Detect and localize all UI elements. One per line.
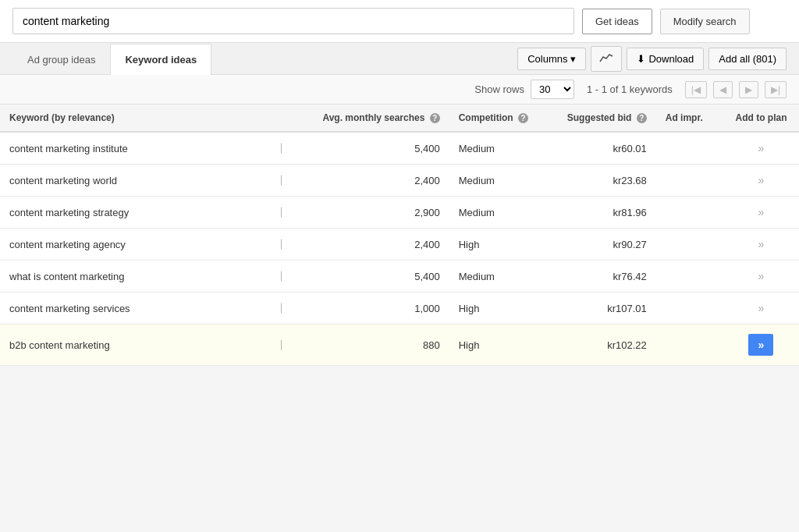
add-to-plan-cell: » [723, 325, 799, 366]
table-row: content marketing agency⎸2,400Highkr90.2… [0, 229, 799, 261]
suggested-bid-help-icon[interactable]: ? [637, 113, 647, 123]
competition-cell: High [449, 229, 550, 261]
add-to-plan-button[interactable]: » [748, 334, 773, 356]
table-header-row: Keyword (by relevance) Avg. monthly sear… [0, 105, 799, 132]
col-competition: Competition ? [449, 105, 550, 132]
add-to-plan-cell: » [723, 229, 799, 261]
table-row: content marketing services⎸1,000Highkr10… [0, 293, 799, 325]
keyword-cell: what is content marketing [0, 261, 269, 293]
avg-monthly-cell: 880 [303, 325, 449, 366]
keyword-cell: content marketing world [0, 165, 269, 197]
chevron-down-icon: ▾ [570, 53, 576, 65]
table-row: content marketing world⎸2,400Mediumkr23.… [0, 165, 799, 197]
competition-cell: Medium [449, 165, 550, 197]
avg-monthly-cell: 2,400 [303, 229, 449, 261]
show-rows-label: Show rows [474, 83, 524, 95]
download-icon: ⬇ [637, 53, 645, 65]
keywords-table-container: Keyword (by relevance) Avg. monthly sear… [0, 105, 799, 366]
add-to-plan-cell: » [723, 261, 799, 293]
keyword-cell: content marketing agency [0, 229, 269, 261]
trend-chart-icon[interactable]: ⎸ [269, 229, 303, 261]
columns-label: Columns [527, 53, 567, 65]
chart-button[interactable] [591, 46, 622, 72]
ad-impr-cell [656, 229, 723, 261]
suggested-bid-cell: kr107.01 [550, 293, 656, 325]
add-to-plan-chevron[interactable]: » [758, 302, 765, 314]
search-bar: Get ideas Modify search [0, 0, 799, 43]
pagination-bar: Show rows 30 10 20 50 100 1 - 1 of 1 key… [0, 75, 799, 105]
columns-button[interactable]: Columns ▾ [517, 48, 586, 70]
table-row: content marketing institute⎸5,400Mediumk… [0, 132, 799, 165]
ad-impr-cell [656, 325, 723, 366]
ad-impr-cell [656, 132, 723, 165]
trend-chart-icon[interactable]: ⎸ [269, 132, 303, 165]
chart-icon [599, 53, 613, 66]
keyword-cell: content marketing services [0, 293, 269, 325]
tabs-bar: Ad group ideas Keyword ideas Columns ▾ ⬇… [0, 43, 799, 75]
keyword-cell: b2b content marketing [0, 325, 269, 366]
nav-next-button[interactable]: ▶ [739, 81, 758, 98]
avg-monthly-cell: 2,400 [303, 165, 449, 197]
competition-cell: Medium [449, 197, 550, 229]
add-all-button[interactable]: Add all (801) [708, 48, 787, 70]
keyword-cell: content marketing strategy [0, 197, 269, 229]
col-chart-icon [269, 105, 303, 132]
download-button[interactable]: ⬇ Download [627, 48, 704, 70]
ad-impr-cell [656, 293, 723, 325]
search-input[interactable] [12, 8, 574, 34]
get-ideas-button[interactable]: Get ideas [582, 9, 652, 34]
add-to-plan-cell: » [723, 197, 799, 229]
page-info: 1 - 1 of 1 keywords [587, 83, 673, 95]
table-row: b2b content marketing⎸880Highkr102.22» [0, 325, 799, 366]
col-avg-monthly: Avg. monthly searches ? [303, 105, 449, 132]
tab-keyword-ideas[interactable]: Keyword ideas [110, 44, 211, 75]
ad-impr-cell [656, 165, 723, 197]
avg-monthly-cell: 1,000 [303, 293, 449, 325]
suggested-bid-cell: kr23.68 [550, 165, 656, 197]
add-to-plan-chevron[interactable]: » [758, 238, 765, 250]
trend-chart-icon[interactable]: ⎸ [269, 197, 303, 229]
suggested-bid-cell: kr81.96 [550, 197, 656, 229]
suggested-bid-cell: kr102.22 [550, 325, 656, 366]
suggested-bid-cell: kr90.27 [550, 229, 656, 261]
competition-cell: Medium [449, 132, 550, 165]
ad-impr-cell [656, 261, 723, 293]
trend-chart-icon[interactable]: ⎸ [269, 165, 303, 197]
suggested-bid-cell: kr60.01 [550, 132, 656, 165]
competition-help-icon[interactable]: ? [518, 113, 528, 123]
trend-chart-icon[interactable]: ⎸ [269, 293, 303, 325]
ad-impr-cell [656, 197, 723, 229]
add-to-plan-chevron[interactable]: » [758, 270, 765, 282]
suggested-bid-cell: kr76.42 [550, 261, 656, 293]
avg-monthly-cell: 5,400 [303, 261, 449, 293]
add-to-plan-cell: » [723, 293, 799, 325]
nav-last-button[interactable]: ▶| [765, 81, 787, 98]
add-to-plan-cell: » [723, 132, 799, 165]
rows-per-page-select[interactable]: 30 10 20 50 100 [531, 80, 574, 99]
tab-ad-group-ideas[interactable]: Ad group ideas [12, 44, 110, 75]
avg-monthly-help-icon[interactable]: ? [430, 113, 440, 123]
nav-prev-button[interactable]: ◀ [713, 81, 733, 98]
table-row: what is content marketing⎸5,400Mediumkr7… [0, 261, 799, 293]
tabs-actions: Columns ▾ ⬇ Download Add all (801) [517, 46, 787, 72]
col-suggested-bid: Suggested bid ? [550, 105, 656, 132]
avg-monthly-cell: 5,400 [303, 132, 449, 165]
table-row: content marketing strategy⎸2,900Mediumkr… [0, 197, 799, 229]
add-to-plan-chevron[interactable]: » [758, 206, 765, 218]
add-to-plan-chevron[interactable]: » [758, 174, 765, 186]
competition-cell: High [449, 325, 550, 366]
trend-chart-icon[interactable]: ⎸ [269, 261, 303, 293]
download-label: Download [648, 53, 694, 65]
col-add-to-plan: Add to plan [723, 105, 799, 132]
trend-chart-icon[interactable]: ⎸ [269, 325, 303, 366]
add-to-plan-cell: » [723, 165, 799, 197]
add-to-plan-chevron[interactable]: » [758, 142, 765, 154]
keyword-cell: content marketing institute [0, 132, 269, 165]
col-ad-impr: Ad impr. [656, 105, 723, 132]
competition-cell: High [449, 293, 550, 325]
avg-monthly-cell: 2,900 [303, 197, 449, 229]
col-keyword: Keyword (by relevance) [0, 105, 269, 132]
modify-search-button[interactable]: Modify search [660, 9, 750, 34]
competition-cell: Medium [449, 261, 550, 293]
nav-first-button[interactable]: |◀ [685, 81, 707, 98]
